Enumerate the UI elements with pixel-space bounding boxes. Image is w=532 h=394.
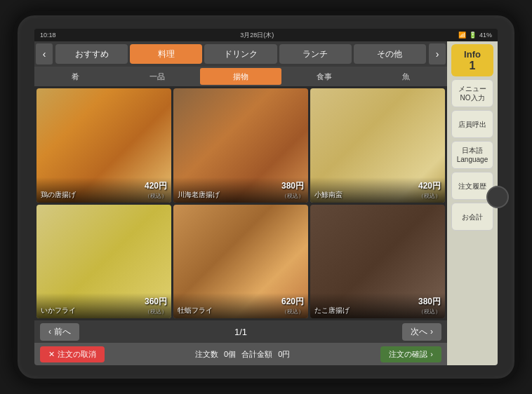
subtab-shokuji[interactable]: 食事 [283,68,365,85]
tablet-screen: 10:18 3月28日(木) 📶 🔋 41% ‹ おすすめ 料理 ドリンク [34,29,498,365]
menu-item-price-1: 380円 （税込） [281,180,304,200]
subtab-ippin[interactable]: 一品 [117,68,199,85]
menu-item-name-5: たこ唐揚げ [314,306,350,315]
cancel-order-button[interactable]: ✕ 注文の取消 [40,346,105,362]
menu-item-4[interactable]: 牡蛎フライ 620円 （税込） [173,205,308,319]
menu-item-3[interactable]: いかフライ 360円 （税込） [36,205,171,319]
wifi-icon: 📶 [458,32,466,39]
menu-item-name-2: 小鯵南蛮 [314,190,343,200]
cancel-order-label: 注文の取消 [58,349,96,360]
language-button[interactable]: 日本語 Language [451,141,493,169]
language-label: 日本語 Language [457,146,488,164]
next-arrow-icon: › [430,327,433,337]
tab-lunch[interactable]: ランチ [279,44,352,64]
order-count-value: 0個 [224,349,236,360]
checkout-button[interactable]: お会計 [451,203,493,231]
menu-no-label: メニュー NO入力 [458,84,486,102]
menu-item-price-0: 420円 （税込） [145,180,167,200]
tablet-device: 10:18 3月28日(木) 📶 🔋 41% ‹ おすすめ 料理 ドリンク [13,11,519,383]
status-bar: 10:18 3月28日(木) 📶 🔋 41% [34,29,498,41]
top-nav: ‹ おすすめ 料理 ドリンク ランチ その他 › [34,41,447,67]
subtab-sakana-small[interactable]: 肴 [34,68,117,85]
main-content: ‹ おすすめ 料理 ドリンク ランチ その他 › 肴 一品 揚物 食事 [34,41,498,365]
bottom-bar: ✕ 注文の取消 注文数 0個 合計金額 0円 注文の確認 › [34,343,447,365]
confirm-order-button[interactable]: 注文の確認 › [380,346,441,362]
menu-item-name-4: 牡蛎フライ [178,306,213,315]
menu-item-5[interactable]: たこ唐揚げ 380円 （税込） [310,205,445,319]
menu-item-overlay-5: たこ唐揚げ 380円 （税込） [310,293,445,318]
order-info: 注文数 0個 合計金額 0円 [195,349,290,360]
total-label: 合計金額 [241,349,272,360]
menu-item-overlay-3: いかフライ 360円 （税込） [36,293,171,318]
checkout-label: お会計 [462,212,483,222]
info-number: 1 [470,60,476,72]
menu-item-2[interactable]: 小鯵南蛮 420円 （税込） [310,88,445,203]
order-history-label: 注文履歴 [458,182,486,191]
tab-drink[interactable]: ドリンク [204,44,277,64]
nav-next-arrow[interactable]: › [429,43,446,64]
menu-item-price-4: 620円 （税込） [281,296,304,315]
sub-nav: 肴 一品 揚物 食事 魚 [34,67,447,86]
tab-osusume[interactable]: おすすめ [55,44,128,64]
menu-item-overlay-0: 鶏の唐揚げ 420円 （税込） [36,177,171,203]
total-amount-value: 0円 [278,349,290,360]
prev-page-label: 前へ [54,326,71,338]
prev-page-button[interactable]: ‹ 前へ [40,323,79,341]
subtab-agemono[interactable]: 揚物 [200,68,282,85]
status-right: 📶 🔋 41% [458,32,492,39]
menu-no-button[interactable]: メニュー NO入力 [451,79,493,107]
home-button[interactable] [486,186,509,208]
tab-sonota[interactable]: その他 [354,44,426,64]
order-count-label: 注文数 [195,349,218,360]
menu-item-price-3: 360円 （税込） [145,296,167,315]
menu-item-overlay-4: 牡蛎フライ 620円 （税込） [173,293,308,318]
menu-item-name-1: 川海老唐揚げ [178,190,220,200]
confirm-order-label: 注文の確認 [389,349,427,360]
prev-arrow-icon: ‹ [48,327,51,337]
battery-icon: 🔋 [469,32,477,39]
info-label: Info [464,49,481,60]
nav-prev-arrow[interactable]: ‹ [36,43,53,64]
battery-level: 41% [479,32,492,39]
next-page-label: 次へ [411,326,427,338]
pagination-bar: ‹ 前へ 1/1 次へ › [34,320,447,343]
nav-tabs: おすすめ 料理 ドリンク ランチ その他 [53,44,429,64]
call-staff-label: 店員呼出 [458,120,486,129]
subtab-sakana[interactable]: 魚 [365,68,447,85]
menu-item-overlay-1: 川海老唐揚げ 380円 （税込） [173,177,308,203]
menu-item-1[interactable]: 川海老唐揚げ 380円 （税込） [173,88,308,203]
center-panel: ‹ おすすめ 料理 ドリンク ランチ その他 › 肴 一品 揚物 食事 [34,41,447,365]
status-time: 10:18 [40,32,56,39]
cancel-x-icon: ✕ [48,350,55,359]
confirm-arrow-icon: › [430,350,433,358]
menu-item-price-2: 420円 （税込） [418,180,441,200]
menu-item-name-0: 鶏の唐揚げ [41,190,76,200]
tab-ryori[interactable]: 料理 [130,44,202,64]
next-page-button[interactable]: 次へ › [402,323,441,341]
menu-item-price-5: 380円 （税込） [418,296,441,315]
status-date: 3月28日(木) [240,31,274,40]
page-info: 1/1 [234,327,247,337]
info-button[interactable]: Info 1 [451,44,493,76]
menu-item-name-3: いかフライ [41,306,76,315]
menu-item-0[interactable]: 鶏の唐揚げ 420円 （税込） [36,88,171,203]
menu-item-overlay-2: 小鯵南蛮 420円 （税込） [310,177,445,203]
menu-grid: 鶏の唐揚げ 420円 （税込） 川海老唐揚げ 380円 （ [34,86,447,320]
call-staff-button[interactable]: 店員呼出 [451,110,493,138]
